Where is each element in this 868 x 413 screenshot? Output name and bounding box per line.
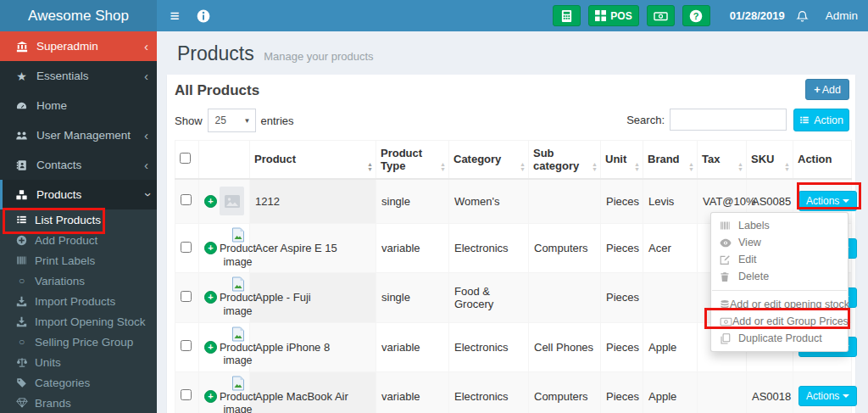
sidebar-item-selling-price-group[interactable]: ○ Selling Price Group: [0, 332, 157, 352]
menu-item-duplicate-product[interactable]: Duplicate Product: [711, 330, 848, 347]
column-header-sub-category[interactable]: Sub category▲▼: [529, 141, 601, 179]
row-actions-button[interactable]: Actions: [798, 191, 857, 211]
cell-unit: Pieces: [601, 322, 643, 371]
row-checkbox[interactable]: [181, 194, 192, 205]
barcode-icon: [14, 255, 30, 265]
cell-category: Electronics: [449, 322, 529, 371]
products-submenu: List Products Add Product Print Labels ○…: [0, 209, 157, 413]
select-all-checkbox[interactable]: [180, 153, 191, 164]
cell-sub-category: [529, 179, 601, 224]
menu-item-add-edit-group-prices[interactable]: Add or edit Group Prices: [711, 313, 848, 330]
column-header-brand[interactable]: Brand▲▼: [643, 141, 698, 179]
row-checkbox[interactable]: [181, 389, 192, 400]
cell-tax: [698, 371, 747, 413]
row-checkbox[interactable]: [181, 291, 192, 302]
row-checkbox[interactable]: [181, 242, 192, 253]
menu-item-labels[interactable]: Labels: [711, 217, 848, 234]
page-size-select[interactable]: 25 ▼: [208, 109, 256, 132]
table-toolbar: Show 25 ▼ entries Search: Action: [167, 101, 855, 138]
calculator-button[interactable]: [553, 5, 581, 26]
cell-sku: AS0018: [747, 371, 793, 413]
expand-row-icon[interactable]: +: [204, 390, 217, 403]
add-button[interactable]: +Add: [805, 79, 849, 100]
column-header-product[interactable]: Product▲▼: [250, 141, 376, 179]
sidebar-item-variations[interactable]: ○ Variations: [0, 271, 157, 291]
sort-icon[interactable]: ▲▼: [592, 162, 598, 172]
cell-product-type: variable: [376, 371, 449, 413]
column-header-unit[interactable]: Unit▲▼: [601, 141, 643, 179]
sort-icon[interactable]: ▲▼: [520, 162, 526, 172]
download-icon: [14, 296, 30, 307]
expand-row-icon[interactable]: +: [204, 195, 217, 208]
cell-unit: Pieces: [601, 371, 643, 413]
expand-row-icon[interactable]: +: [204, 242, 217, 254]
cell-category: Electronics: [449, 371, 529, 413]
barcode-icon: [720, 220, 738, 231]
row-checkbox[interactable]: [181, 340, 192, 351]
sidebar-item-user-management[interactable]: User Management ‹: [0, 120, 157, 150]
menu-item-view[interactable]: View: [711, 234, 848, 251]
sidebar-item-add-product[interactable]: Add Product: [0, 230, 157, 250]
database-icon: [720, 299, 730, 310]
svg-text:?: ?: [693, 11, 699, 21]
expand-row-icon[interactable]: +: [204, 341, 217, 354]
sidebar-item-units[interactable]: Units: [0, 352, 157, 372]
contacts-icon: [13, 159, 31, 171]
sidebar-item-home[interactable]: Home: [0, 91, 157, 120]
page-subtitle: Manage your products: [264, 50, 373, 63]
sidebar-item-superadmin[interactable]: Superadmin ‹: [0, 31, 157, 61]
cash-register-button[interactable]: [647, 5, 675, 26]
panel-title: All Products: [175, 82, 259, 98]
column-header-tax[interactable]: Tax▲▼: [698, 141, 747, 179]
cell-product: Apple MacBook Air: [250, 371, 376, 413]
list-icon: [799, 115, 810, 125]
column-header-sku[interactable]: SKU▲▼: [747, 141, 793, 179]
dashboard-icon: [13, 100, 31, 112]
sidebar-item-contacts[interactable]: Contacts ‹: [0, 150, 157, 180]
cell-category: Women's: [449, 179, 529, 224]
sidebar-item-import-products[interactable]: Import Products: [0, 291, 157, 311]
chevron-left-icon: ‹: [144, 128, 148, 142]
cell-sub-category: Computers: [529, 371, 601, 413]
broken-image-icon: [231, 376, 245, 391]
sort-icon[interactable]: ▲▼: [634, 162, 640, 172]
sidebar-item-products[interactable]: Products ‹: [0, 180, 157, 209]
hamburger-icon[interactable]: ≡: [160, 0, 189, 31]
row-actions-button[interactable]: Actions: [798, 386, 857, 406]
sidebar-item-essentials[interactable]: ★ Essentials ‹: [0, 61, 157, 91]
sort-icon[interactable]: ▲▼: [440, 162, 446, 172]
broken-image-icon: [231, 276, 245, 292]
menu-item-delete[interactable]: Delete: [711, 268, 848, 285]
cell-category: Food & Grocery: [449, 273, 529, 322]
brand-logo[interactable]: Awesome Shop: [0, 0, 157, 31]
page-length-control: Show 25 ▼ entries: [175, 109, 294, 132]
chevron-left-icon: ‹: [144, 158, 148, 172]
plus-icon: +: [814, 83, 821, 96]
sort-icon[interactable]: ▲▼: [737, 162, 743, 172]
bell-icon[interactable]: [793, 0, 813, 31]
sidebar-item-list-products[interactable]: List Products: [0, 209, 157, 230]
pos-button[interactable]: POS: [588, 5, 638, 26]
broken-image-icon: [231, 326, 245, 342]
info-icon[interactable]: [189, 0, 218, 31]
menu-divider: [712, 290, 847, 291]
sidebar-item-brands[interactable]: Brands: [0, 393, 157, 413]
menu-item-add-edit-opening-stock[interactable]: Add or edit opening stock: [711, 296, 848, 313]
column-header-category[interactable]: Category▲▼: [449, 141, 529, 179]
expand-row-icon[interactable]: +: [204, 291, 217, 304]
sidebar-item-print-labels[interactable]: Print Labels: [0, 250, 157, 271]
users-icon: [13, 130, 31, 142]
download-icon: [14, 316, 30, 327]
sidebar-item-import-opening-stock[interactable]: Import Opening Stock: [0, 311, 157, 332]
bulk-action-button[interactable]: Action: [793, 109, 849, 131]
user-menu[interactable]: Admin: [826, 9, 858, 22]
help-button[interactable]: ?: [682, 5, 710, 26]
sort-icon[interactable]: ▲▼: [688, 162, 694, 172]
sort-icon[interactable]: ▲▼: [784, 162, 790, 172]
column-header-product-type[interactable]: Product Type▲▼: [376, 141, 449, 179]
caret-down-icon: [843, 394, 849, 398]
sidebar-item-categories[interactable]: Categories: [0, 372, 157, 393]
menu-item-edit[interactable]: Edit: [711, 251, 848, 268]
search-input[interactable]: [670, 109, 787, 131]
sort-icon[interactable]: ▲▼: [367, 162, 373, 172]
